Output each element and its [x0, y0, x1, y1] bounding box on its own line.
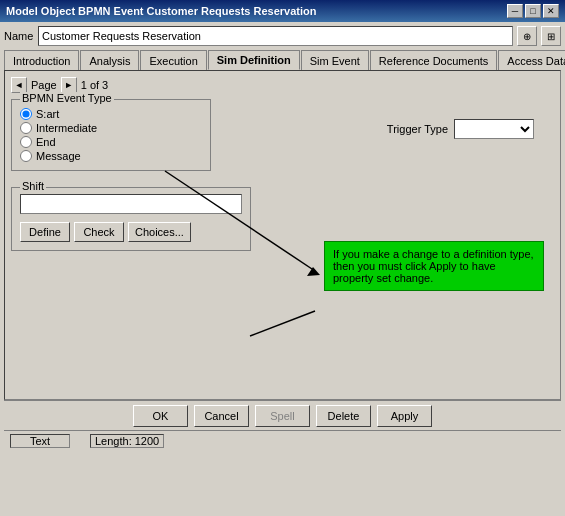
- tab-introduction[interactable]: Introduction: [4, 50, 79, 70]
- radio-start-input[interactable]: [20, 108, 32, 120]
- radio-end-input[interactable]: [20, 136, 32, 148]
- define-button[interactable]: Define: [20, 222, 70, 242]
- radio-intermediate-input[interactable]: [20, 122, 32, 134]
- tab-sim-event[interactable]: Sim Event: [301, 50, 369, 70]
- radio-end[interactable]: End: [20, 136, 202, 148]
- content-area: ◄ Page ► 1 of 3 BPMN Event Type S:art In…: [4, 70, 561, 400]
- apply-button[interactable]: Apply: [377, 405, 432, 427]
- title-buttons: ─ □ ✕: [507, 4, 559, 18]
- name-extra-btn2[interactable]: ⊞: [541, 26, 561, 46]
- bpmn-event-type-group: BPMN Event Type S:art Intermediate End: [11, 99, 211, 171]
- shift-input[interactable]: [20, 194, 242, 214]
- shift-label: Shift: [20, 180, 46, 192]
- bpmn-group-label: BPMN Event Type: [20, 92, 114, 104]
- shift-buttons: Define Check Choices...: [20, 222, 242, 242]
- radio-start[interactable]: S:art: [20, 108, 202, 120]
- bpmn-section: BPMN Event Type S:art Intermediate End: [11, 99, 554, 179]
- trigger-type-label: Trigger Type: [387, 123, 448, 135]
- spell-button[interactable]: Spell: [255, 405, 310, 427]
- tab-analysis[interactable]: Analysis: [80, 50, 139, 70]
- choices-button[interactable]: Choices...: [128, 222, 191, 242]
- shift-group: Shift Define Check Choices...: [11, 187, 251, 251]
- maximize-button[interactable]: □: [525, 4, 541, 18]
- title-bar: Model Object BPMN Event Customer Request…: [0, 0, 565, 22]
- minimize-button[interactable]: ─: [507, 4, 523, 18]
- main-window: Name ⊕ ⊞ Introduction Analysis Execution…: [0, 22, 565, 516]
- tabs-row: Introduction Analysis Execution Sim Defi…: [4, 50, 561, 70]
- page-prev-button[interactable]: ◄: [11, 77, 27, 93]
- delete-button[interactable]: Delete: [316, 405, 371, 427]
- name-label: Name: [4, 30, 34, 42]
- tab-sim-definition[interactable]: Sim Definition: [208, 50, 300, 70]
- page-label: Page: [31, 79, 57, 91]
- ok-button[interactable]: OK: [133, 405, 188, 427]
- status-length: Length: 1200: [90, 434, 164, 448]
- status-bar: Text Length: 1200: [4, 430, 561, 450]
- page-count: 1 of 3: [81, 79, 109, 91]
- radio-message[interactable]: Message: [20, 150, 202, 162]
- radio-group: S:art Intermediate End Message: [20, 108, 202, 162]
- tab-access-data[interactable]: Access Data: [498, 50, 565, 70]
- bottom-bar: OK Cancel Spell Delete Apply: [4, 400, 561, 430]
- tab-reference-documents[interactable]: Reference Documents: [370, 50, 497, 70]
- svg-line-2: [250, 311, 315, 336]
- page-next-button[interactable]: ►: [61, 77, 77, 93]
- radio-intermediate[interactable]: Intermediate: [20, 122, 202, 134]
- trigger-type-row: Trigger Type: [387, 119, 534, 139]
- name-extra-btn1[interactable]: ⊕: [517, 26, 537, 46]
- svg-marker-1: [307, 267, 320, 276]
- title-text: Model Object BPMN Event Customer Request…: [6, 5, 317, 17]
- tab-execution[interactable]: Execution: [140, 50, 206, 70]
- check-button[interactable]: Check: [74, 222, 124, 242]
- cancel-button[interactable]: Cancel: [194, 405, 249, 427]
- name-input[interactable]: [38, 26, 513, 46]
- radio-message-input[interactable]: [20, 150, 32, 162]
- page-nav: ◄ Page ► 1 of 3: [11, 77, 554, 93]
- trigger-type-select[interactable]: [454, 119, 534, 139]
- close-button[interactable]: ✕: [543, 4, 559, 18]
- name-row: Name ⊕ ⊞: [4, 26, 561, 46]
- tooltip-box: If you make a change to a definition typ…: [324, 241, 544, 291]
- status-text: Text: [10, 434, 70, 448]
- tooltip-text: If you make a change to a definition typ…: [333, 248, 534, 284]
